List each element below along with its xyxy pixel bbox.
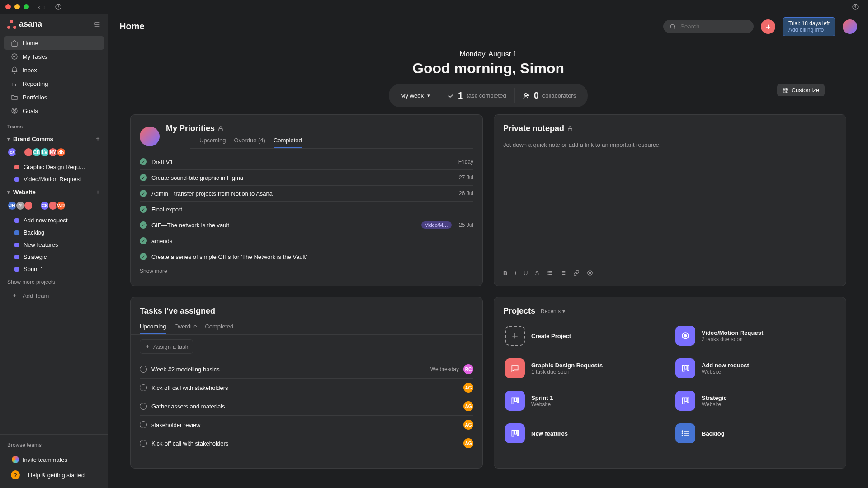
- project-card[interactable]: Video/Motion Request2 tasks due soon: [674, 321, 837, 350]
- task-checkbox[interactable]: [140, 403, 147, 410]
- numbered-list-icon[interactable]: [560, 270, 566, 277]
- avatar[interactable]: db: [56, 147, 66, 157]
- task-checkbox[interactable]: [140, 190, 147, 197]
- project-card[interactable]: New features: [503, 419, 666, 448]
- back-icon[interactable]: ‹: [38, 4, 40, 10]
- task-row[interactable]: Create a series of simple GIFs for 'The …: [140, 249, 473, 264]
- search-box[interactable]: [663, 20, 754, 33]
- task-row[interactable]: amends: [140, 233, 473, 249]
- task-row[interactable]: Week #2 modelling basicsWednesdayRC: [140, 360, 473, 379]
- sidebar-item-portfolios[interactable]: Portfolios: [4, 90, 104, 104]
- italic-icon[interactable]: I: [514, 270, 516, 277]
- sidebar-project[interactable]: New features: [0, 239, 108, 251]
- emoji-icon[interactable]: [587, 270, 593, 277]
- task-checkbox[interactable]: [140, 366, 147, 373]
- assignee-avatar[interactable]: AG: [463, 401, 473, 411]
- task-row[interactable]: Gather assets and materialsAG: [140, 397, 473, 416]
- team-website[interactable]: ▾Website＋: [0, 185, 108, 199]
- help-button[interactable]: ? Help & getting started: [4, 467, 104, 483]
- task-checkbox[interactable]: [140, 440, 147, 447]
- tab-upcoming[interactable]: Upcoming: [140, 319, 166, 334]
- task-checkbox[interactable]: [140, 174, 147, 181]
- collapse-sidebar-icon[interactable]: [94, 21, 101, 28]
- tab-upcoming[interactable]: Upcoming: [199, 133, 226, 148]
- show-more-button[interactable]: Show more: [131, 264, 482, 278]
- task-row[interactable]: Admin—transfer projects from Notion to A…: [140, 186, 473, 202]
- task-row[interactable]: Create sound-bite graphic in Figma27 Jul: [140, 170, 473, 186]
- customize-button[interactable]: Customize: [777, 84, 825, 96]
- task-checkbox[interactable]: [140, 221, 147, 229]
- invite-teammates-button[interactable]: Invite teammates: [4, 452, 104, 467]
- board-icon: [675, 391, 695, 411]
- asana-logo[interactable]: asana: [7, 19, 42, 29]
- sidebar-item-goals[interactable]: Goals: [4, 104, 104, 117]
- task-row[interactable]: Kick-off call with stakeholdersAG: [140, 434, 473, 452]
- strike-icon[interactable]: S: [535, 270, 539, 277]
- assignee-avatar[interactable]: AG: [463, 438, 473, 448]
- browse-teams-link[interactable]: Browse teams: [0, 438, 108, 452]
- assignee-avatar[interactable]: AG: [463, 420, 473, 430]
- trial-banner[interactable]: Trial: 18 days left Add billing info: [783, 17, 835, 36]
- task-checkbox[interactable]: [140, 237, 147, 244]
- task-row[interactable]: Kick off call with stakeholdersAG: [140, 379, 473, 397]
- team-brand-comms[interactable]: ▾Brand Comms＋: [0, 132, 108, 145]
- project-card[interactable]: StrategicWebsite: [674, 386, 837, 415]
- sidebar-item-reporting[interactable]: Reporting: [4, 77, 104, 90]
- sidebar-project[interactable]: Graphic Design Requ…: [0, 161, 108, 173]
- sidebar-item-my-tasks[interactable]: My Tasks: [4, 50, 104, 63]
- zoom-window-icon[interactable]: [24, 4, 29, 9]
- record-icon: [675, 326, 695, 346]
- avatar[interactable]: WR: [56, 201, 66, 211]
- sidebar-project[interactable]: Add new request: [0, 214, 108, 226]
- project-card[interactable]: Graphic Design Requests1 task due soon: [503, 354, 666, 383]
- bullet-list-icon[interactable]: [546, 270, 552, 277]
- minimize-window-icon[interactable]: [14, 4, 20, 9]
- tab-overdue[interactable]: Overdue: [175, 319, 197, 334]
- task-checkbox[interactable]: [140, 158, 147, 165]
- sidebar-item-inbox[interactable]: Inbox: [4, 63, 104, 77]
- search-input[interactable]: [679, 23, 747, 30]
- user-avatar-large[interactable]: [140, 127, 160, 146]
- sidebar-project[interactable]: Video/Motion Request: [0, 173, 108, 185]
- task-row[interactable]: Final export: [140, 202, 473, 217]
- project-card[interactable]: ＋Create Project: [503, 321, 666, 350]
- sidebar-project[interactable]: Sprint 1: [0, 263, 108, 275]
- sidebar-project[interactable]: Strategic: [0, 251, 108, 263]
- sidebar-item-home[interactable]: Home: [4, 36, 104, 50]
- project-card[interactable]: Backlog: [674, 419, 837, 448]
- assignee-avatar[interactable]: RC: [463, 364, 473, 374]
- task-checkbox[interactable]: [140, 253, 147, 260]
- assign-task-button[interactable]: ＋ Assign a task: [140, 339, 193, 354]
- task-row[interactable]: GIF—The network is the vaultVideo/M…25 J…: [140, 217, 473, 233]
- sidebar-project[interactable]: Backlog: [0, 226, 108, 239]
- user-avatar[interactable]: [843, 19, 857, 34]
- underline-icon[interactable]: U: [524, 270, 528, 277]
- project-card[interactable]: Add new requestWebsite: [674, 354, 837, 383]
- global-create-button[interactable]: ＋: [761, 19, 775, 34]
- task-tag[interactable]: Video/M…: [421, 221, 452, 229]
- bold-icon[interactable]: B: [503, 270, 507, 277]
- assignee-avatar[interactable]: AG: [463, 383, 473, 393]
- upgrade-icon[interactable]: [852, 3, 859, 10]
- tab-overdue[interactable]: Overdue (4): [234, 133, 265, 148]
- project-card[interactable]: Sprint 1Website: [503, 386, 666, 415]
- tab-completed[interactable]: Completed: [274, 133, 302, 148]
- close-window-icon[interactable]: [5, 4, 11, 9]
- recents-filter[interactable]: Recents ▾: [541, 308, 565, 314]
- history-icon[interactable]: [55, 3, 62, 10]
- week-filter[interactable]: My week ▾: [392, 89, 439, 102]
- task-checkbox[interactable]: [140, 206, 147, 213]
- tab-completed[interactable]: Completed: [205, 319, 233, 334]
- forward-icon[interactable]: ›: [43, 4, 45, 10]
- notepad-editor[interactable]: Jot down a quick note or add a link to a…: [494, 137, 846, 266]
- task-row[interactable]: stakeholder reviewAG: [140, 416, 473, 434]
- link-icon[interactable]: [573, 270, 580, 277]
- task-checkbox[interactable]: [140, 384, 147, 391]
- tasks-completed-label: task completed: [467, 92, 506, 99]
- task-checkbox[interactable]: [140, 421, 147, 428]
- plus-icon[interactable]: ＋: [95, 188, 101, 196]
- add-team-button[interactable]: ＋ Add Team: [4, 289, 104, 302]
- task-row[interactable]: Draft V1Friday: [140, 154, 473, 170]
- show-more-projects-link[interactable]: Show more projects: [0, 275, 108, 289]
- plus-icon[interactable]: ＋: [95, 135, 101, 143]
